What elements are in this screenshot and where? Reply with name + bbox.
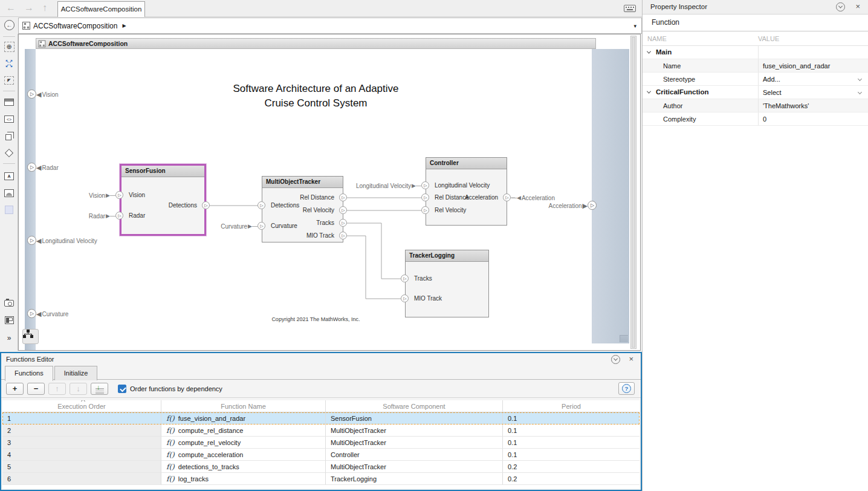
breadcrumb-dropdown-icon[interactable]: ▾ — [633, 23, 636, 29]
image-annotation-icon[interactable] — [4, 187, 15, 198]
output-port[interactable]: ▷ — [339, 193, 347, 201]
breadcrumb-item[interactable]: ACCSoftwareComposition — [33, 22, 117, 30]
property-row-author[interactable]: Author'TheMathworks' — [643, 99, 868, 112]
add-function-button[interactable]: + — [6, 383, 24, 395]
column-header-period[interactable]: Period — [503, 400, 640, 412]
fit-to-view-icon[interactable]: ↖↗ ↙↘ — [4, 58, 15, 69]
viewport-icon[interactable] — [4, 97, 15, 108]
area-annotation-icon[interactable] — [4, 204, 15, 215]
input-port[interactable]: ▷ — [115, 191, 123, 199]
code-view-icon[interactable]: <> — [4, 114, 15, 125]
breadcrumb[interactable]: ACCSoftwareComposition ▶ ▾ — [18, 18, 642, 34]
remove-function-button[interactable]: − — [27, 383, 45, 395]
move-down-button[interactable]: ↓ — [70, 383, 87, 395]
zoom-region-icon[interactable]: ◤ — [4, 75, 15, 86]
back-glyph: ← — [7, 22, 13, 28]
input-port[interactable]: ▷ — [421, 181, 429, 189]
component-block-controller[interactable]: Controller — [426, 157, 507, 226]
document-tab[interactable]: ACCSoftwareComposition — [57, 1, 145, 17]
annotation-icon[interactable]: A — [4, 171, 15, 181]
output-port[interactable]: ▷ — [503, 193, 511, 201]
output-port[interactable]: ▷ — [339, 219, 347, 227]
function-row[interactable]: 3f()compute_rel_velocityMultiObjectTrack… — [2, 437, 640, 449]
input-port[interactable]: ▷ — [401, 294, 409, 302]
layout-icon[interactable] — [4, 314, 15, 325]
close-icon[interactable]: × — [855, 2, 860, 11]
panel-menu-icon[interactable] — [836, 2, 845, 11]
component-block-sensorfusion[interactable]: SensorFusion — [120, 164, 206, 236]
component-block-trackerlogging[interactable]: TrackerLogging — [405, 250, 489, 317]
output-port[interactable]: ▷ — [339, 206, 347, 214]
architecture-output-port[interactable]: ▷ — [588, 201, 597, 210]
zoom-in-icon[interactable]: ⊕ — [4, 41, 15, 52]
column-header-software-component[interactable]: Software Component — [326, 400, 503, 412]
function-row[interactable]: 5f()detections_to_tracksMultiObjectTrack… — [2, 461, 640, 473]
value-column-header: VALUE — [758, 35, 779, 42]
keyboard-icon[interactable] — [624, 5, 636, 12]
update-diagram-button[interactable]: ↓ — [91, 383, 108, 395]
input-port[interactable]: ▷ — [257, 222, 265, 230]
input-port[interactable]: ▷ — [421, 193, 429, 201]
function-name-cell: f()compute_rel_distance — [161, 424, 326, 437]
period-cell: 0.2 — [503, 461, 640, 473]
property-row-main[interactable]: Main — [643, 46, 868, 59]
function-row[interactable]: 6f()log_tracksTrackerLogging0.2 — [2, 473, 640, 485]
property-row-name[interactable]: Namefuse_vision_and_radar — [643, 59, 868, 73]
screenshot-icon[interactable] — [4, 298, 15, 308]
property-group-name: CriticalFunction — [656, 88, 709, 96]
move-up-button[interactable]: ↑ — [48, 383, 66, 395]
close-icon[interactable]: × — [629, 355, 633, 363]
architecture-input-port[interactable]: ▷ — [27, 89, 36, 99]
input-port-label: Curvature — [271, 223, 297, 230]
diagram-canvas[interactable]: ACCSoftwareComposition Software Architec… — [18, 34, 641, 351]
copy-view-icon[interactable] — [4, 131, 15, 141]
help-button[interactable]: ? — [618, 382, 635, 395]
panel-menu-icon[interactable] — [611, 355, 620, 364]
forward-icon[interactable]: → — [24, 2, 34, 13]
input-port[interactable]: ▷ — [257, 201, 265, 209]
function-row[interactable]: 4f()compute_accelerationController0.1 — [2, 449, 640, 461]
breadcrumb-arrow-icon[interactable]: ▶ — [122, 23, 126, 28]
architecture-input-port[interactable]: ▷ — [27, 236, 36, 245]
back-icon[interactable]: ← — [6, 2, 16, 13]
column-header-function-name[interactable]: Function Name — [161, 400, 326, 412]
divider — [3, 163, 15, 164]
property-value[interactable]: 'TheMathworks' — [758, 99, 868, 112]
code-glyph: <> — [4, 115, 14, 123]
output-port[interactable]: ▷ — [202, 201, 210, 209]
property-value[interactable]: Select — [758, 86, 868, 99]
connector-line[interactable] — [343, 223, 405, 279]
property-row-complexity[interactable]: Complexity0 — [643, 112, 868, 126]
property-value-text: fuse_vision_and_radar — [763, 62, 830, 70]
property-value[interactable]: fuse_vision_and_radar — [758, 59, 868, 72]
order-by-dependency-checkbox[interactable] — [118, 385, 126, 393]
property-value[interactable]: Add... — [758, 73, 868, 85]
input-port[interactable]: ▷ — [421, 206, 429, 214]
property-value[interactable] — [758, 46, 868, 59]
function-row[interactable]: 1f()fuse_vision_and_radarSensorFusion0.1 — [2, 412, 640, 424]
functions-editor-panel: Functions Editor × FunctionsInitialize +… — [0, 352, 642, 491]
up-icon[interactable]: ↑ — [42, 2, 47, 13]
tab-functions[interactable]: Functions — [5, 366, 53, 381]
chevron-expanded-icon[interactable] — [647, 50, 651, 54]
architecture-input-port[interactable]: ▷ — [27, 309, 36, 318]
back-circle-icon[interactable]: ← — [4, 20, 15, 30]
chevron-down-icon — [614, 357, 618, 361]
property-value[interactable]: 0 — [758, 112, 868, 125]
function-name-cell: f()compute_acceleration — [161, 449, 326, 461]
column-header-execution-order[interactable]: Execution Order — [2, 400, 161, 412]
expand-palette-icon[interactable]: » — [4, 333, 15, 343]
architecture-input-port[interactable]: ▷ — [27, 163, 36, 172]
property-row-criticalfunction[interactable]: CriticalFunctionSelect — [643, 86, 868, 99]
input-port[interactable]: ▷ — [115, 212, 123, 219]
auto-arrange-icon[interactable] — [4, 148, 15, 158]
output-port[interactable]: ▷ — [339, 232, 347, 239]
connector-line[interactable] — [343, 236, 405, 299]
function-row[interactable]: 2f()compute_rel_distanceMultiObjectTrack… — [2, 424, 640, 437]
chevron-expanded-icon[interactable] — [647, 89, 651, 94]
application-window: ← → ↑ ACCSoftwareComposition ← ACCSoftwa… — [0, 0, 868, 491]
property-row-stereotype[interactable]: StereotypeAdd... — [643, 73, 868, 86]
tab-initialize[interactable]: Initialize — [54, 366, 98, 380]
input-port[interactable]: ▷ — [401, 275, 409, 282]
hierarchy-view-button[interactable] — [22, 329, 39, 344]
